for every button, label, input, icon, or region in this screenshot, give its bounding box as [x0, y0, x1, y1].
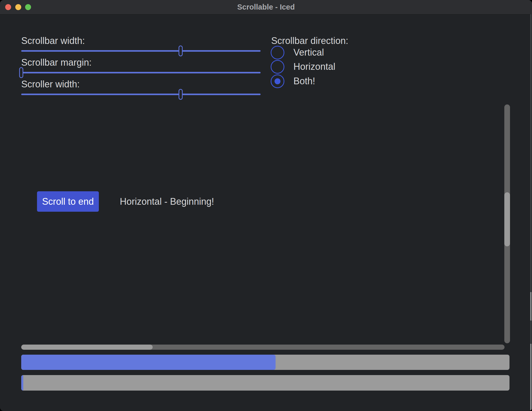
scroll-status-text: Horizontal - Beginning!	[120, 196, 214, 207]
radio-dot-icon	[275, 78, 280, 84]
horizontal-scroller-thumb[interactable]	[21, 345, 153, 350]
scrollbar-margin-slider[interactable]	[21, 67, 261, 78]
slider-rail[interactable]	[21, 50, 261, 52]
radio-circle-icon[interactable]	[271, 74, 284, 88]
app-window: Scrollable - Iced Scrollbar width: Scrol…	[0, 0, 532, 411]
scrollbar-margin-label: Scrollbar margin:	[21, 57, 92, 68]
scroll-to-end-button[interactable]: Scroll to end	[37, 191, 99, 212]
radio-circle-icon[interactable]	[271, 46, 284, 59]
slider-handle[interactable]	[179, 89, 183, 100]
radio-label[interactable]: Vertical	[293, 47, 324, 58]
horizontal-scrollbar[interactable]	[21, 345, 505, 350]
radio-vertical[interactable]: Vertical	[271, 46, 379, 59]
vertical-scrollbar[interactable]	[504, 104, 510, 343]
scroller-width-slider[interactable]	[21, 89, 261, 100]
slider-rail[interactable]	[21, 94, 261, 95]
window-right-edge	[530, 14, 531, 411]
titlebar[interactable]: Scrollable - Iced	[0, 0, 532, 14]
radio-circle-icon[interactable]	[271, 60, 284, 74]
vertical-progress-bar	[21, 375, 509, 391]
scrollbar-direction-title: Scrollbar direction:	[271, 35, 348, 47]
edge-highlight	[530, 344, 531, 411]
window-title: Scrollable - Iced	[0, 0, 532, 14]
edge-highlight	[530, 292, 531, 321]
horizontal-progress-bar	[21, 355, 509, 370]
slider-handle[interactable]	[19, 67, 23, 78]
scroller-width-label: Scroller width:	[21, 79, 80, 90]
slider-rail[interactable]	[21, 72, 261, 73]
scrollbar-width-slider[interactable]	[21, 45, 261, 56]
slider-handle[interactable]	[179, 45, 183, 56]
progress-fill	[21, 375, 23, 391]
radio-label[interactable]: Both!	[293, 75, 315, 87]
radio-both[interactable]: Both!	[271, 74, 379, 88]
radio-horizontal[interactable]: Horizontal	[271, 60, 379, 74]
vertical-scroller-thumb[interactable]	[504, 192, 510, 246]
radio-label[interactable]: Horizontal	[293, 61, 335, 72]
scrollbar-width-label: Scrollbar width:	[21, 35, 85, 47]
progress-fill	[21, 355, 276, 370]
